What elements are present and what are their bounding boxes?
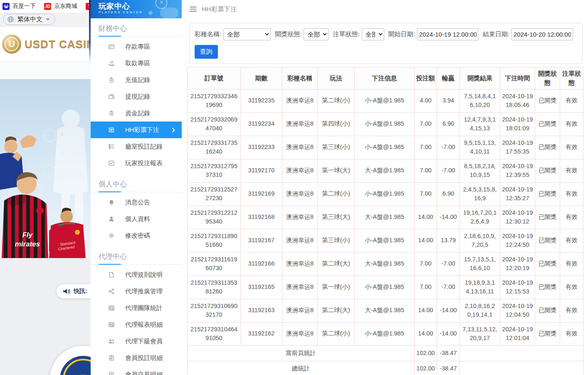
sidebar-section-items: 存款專區取款專區充值記錄提現記錄資金記錄HH彩票下注廳室投註記錄玩家投注報表 [91, 37, 182, 174]
cell-order-status: 有效 [560, 322, 583, 345]
cell-draw-status: 已開獎 [535, 229, 560, 252]
sidebar-item-agent-report-detail[interactable]: 代理報表明細 [91, 316, 182, 333]
sidebar-item-lottery-bets[interactable]: HH彩票下注 [91, 122, 182, 138]
cell-order-no: 2152172931135381260 [188, 276, 241, 299]
column-header: 注單狀態 [560, 67, 583, 89]
column-header: 訂單號 [188, 67, 241, 89]
cell-play-type: 第一球(大) [318, 159, 355, 182]
sidebar-item-label: 玩家投注報表 [125, 159, 163, 167]
draw-status-select[interactable]: 全部 [304, 28, 329, 40]
cell-lottery-name: 澳洲幸运8 [282, 136, 318, 159]
sidebar-section-title: 個人中心 [91, 174, 182, 192]
column-header: 開獎狀態 [535, 67, 560, 89]
bookmark-baidu[interactable]: 百度一下 [2, 2, 36, 10]
lottery-bets-icon [108, 127, 115, 133]
sidebar-item-label: 取款專區 [125, 60, 150, 67]
sidebar-item-member-bet-detail[interactable]: 會員投註明細 [91, 350, 182, 366]
football-players-banner: Fly mirates Standard Chartered [0, 79, 91, 258]
sidebar-item-label: 提現記錄 [125, 93, 150, 101]
sidebar-item-notice[interactable]: 消息公告 [91, 194, 182, 211]
agent-rules-icon [108, 271, 115, 278]
svg-text:Fly: Fly [22, 231, 33, 239]
cell-period: 31192163 [241, 299, 282, 322]
sidebar-item-recharge-record[interactable]: 充值記錄 [91, 72, 182, 88]
end-date-input[interactable] [511, 28, 573, 40]
cell-draw-status: 已開獎 [535, 299, 560, 322]
page-title: HH彩票下注 [202, 5, 237, 13]
player-center-sidebar: 玩家中心 PLAYERS CENTER 財務中心存款專區取款專區充值記錄提現記錄… [91, 0, 182, 375]
cell-play-type: 第二球(大) [318, 252, 355, 276]
sidebar-item-label: 會員投註明細 [125, 354, 163, 362]
table-row: 215217293320694704031192234澳洲幸运8第四球(小)小-… [188, 112, 583, 136]
order-status-select[interactable]: 全部 [362, 28, 384, 40]
cell-bet-info: 小-A盤@1.985 [355, 182, 415, 206]
globe-icon [7, 16, 14, 23]
sidebar-item-label: 代理推廣管理 [125, 288, 163, 296]
cell-period: 31192166 [241, 252, 282, 276]
sidebar-item-password[interactable]: 修改密碼 [91, 227, 182, 244]
table-row: 215217293317351624031192233澳洲幸运8第三球(小)小-… [188, 136, 583, 159]
sidebar-item-label: 代理團隊統計 [125, 304, 163, 312]
sidebar-item-funds-record[interactable]: 資金記錄 [91, 105, 182, 122]
sidebar-item-agent-promotion[interactable]: 代理推廣管理 [91, 283, 182, 300]
cell-bet-info: 小-A盤@1.985 [355, 89, 415, 112]
language-selector[interactable]: 繁体中文 [3, 14, 55, 25]
cell-win-loss: -7.00 [437, 252, 460, 276]
sidebar-item-agent-rules[interactable]: 代理規則說明 [91, 266, 182, 283]
cell-order-no: 2152172931161960730 [188, 252, 241, 276]
page-total-label: 當前頁統計 [188, 345, 415, 361]
cell-draw-result: 2,10,8,16,20,19,14,1 [460, 299, 500, 322]
member-trans-detail-icon [108, 371, 115, 375]
sidebar-item-hall-bets[interactable]: 廳室投註記錄 [91, 138, 182, 155]
lottery-name-select[interactable]: 全部 [223, 28, 271, 40]
cell-bet-info: 小-A盤@1.985 [355, 322, 415, 345]
grand-total-row: 總統計102.00-38.47 [188, 361, 583, 375]
chevron-right-icon [172, 127, 175, 132]
bookmarks-bar: 百度一下 JD 京东商城 T 天猫 [0, 0, 91, 12]
cell-draw-result: 2,4,5,3,15,8,16,9 [460, 182, 500, 206]
cell-period: 31192169 [241, 182, 282, 206]
cell-order-no: 2152172933173516240 [188, 136, 241, 159]
member-bet-detail-icon [108, 355, 115, 361]
news-ticker: 快訊: [57, 284, 91, 298]
cell-win-loss: 6.90 [437, 182, 460, 206]
cell-draw-status: 已開獎 [535, 89, 560, 112]
search-button[interactable]: 查詢 [195, 45, 218, 59]
baidu-paw-icon [2, 3, 10, 10]
cell-draw-result: 7,13,11,5,12,20,9,17 [460, 322, 500, 345]
bookmark-label: 百度一下 [12, 2, 36, 10]
cell-draw-result: 9,5,15,1,13,4,10,11 [460, 136, 500, 159]
cell-bet-amount: 14.00 [415, 229, 437, 252]
sidebar-item-withdraw[interactable]: 取款專區 [91, 55, 182, 72]
cell-lottery-name: 澳洲幸运8 [282, 229, 318, 252]
sidebar-item-withdrawal-record[interactable]: 提現記錄 [91, 88, 182, 105]
page-total-empty [460, 345, 583, 361]
cell-draw-status: 已開獎 [535, 276, 560, 299]
gamepad-decoration-icon [148, 11, 153, 15]
sidebar-item-label: 資金記錄 [125, 109, 150, 117]
sidebar-item-agent-sub-members[interactable]: 代理下級會員 [91, 333, 182, 350]
cell-order-status: 有效 [560, 136, 583, 159]
cell-bet-info: 大-A盤@1.985 [355, 159, 415, 182]
cell-play-type: 第三球(大) [318, 206, 355, 229]
bookmark-jd[interactable]: JD 京东商城 [44, 2, 77, 10]
cell-bet-amount: 7.00 [415, 252, 437, 276]
sidebar-item-player-report[interactable]: 玩家投注報表 [91, 155, 182, 171]
table-row: 215217293106903217031192163澳洲幸运8第二球(大)大-… [188, 299, 583, 322]
cell-play-type: 第三球(小) [318, 229, 355, 252]
cell-period: 31192162 [241, 322, 282, 345]
svg-text:mirates: mirates [15, 240, 40, 248]
cell-order-no: 2152172931252727230 [188, 182, 241, 206]
sidebar-item-member-trans-detail[interactable]: 會員交易明細 [91, 366, 182, 375]
sidebar-item-profile[interactable]: 個人資料 [91, 211, 182, 227]
cell-bet-info: 小-A盤@1.985 [355, 229, 415, 252]
recharge-record-icon [108, 77, 115, 83]
sidebar-item-deposit[interactable]: 存款專區 [91, 38, 182, 55]
sidebar-item-agent-team-stats[interactable]: 代理團隊統計 [91, 300, 182, 316]
sidebar-item-label: 充值記錄 [125, 76, 150, 84]
cell-period: 31192168 [241, 206, 282, 229]
start-date-input[interactable] [417, 28, 479, 40]
hamburger-menu-icon[interactable] [190, 7, 197, 12]
column-header: 輸贏 [437, 67, 460, 89]
cell-draw-result: 19,18,9,3,14,13,16,11 [460, 276, 500, 299]
